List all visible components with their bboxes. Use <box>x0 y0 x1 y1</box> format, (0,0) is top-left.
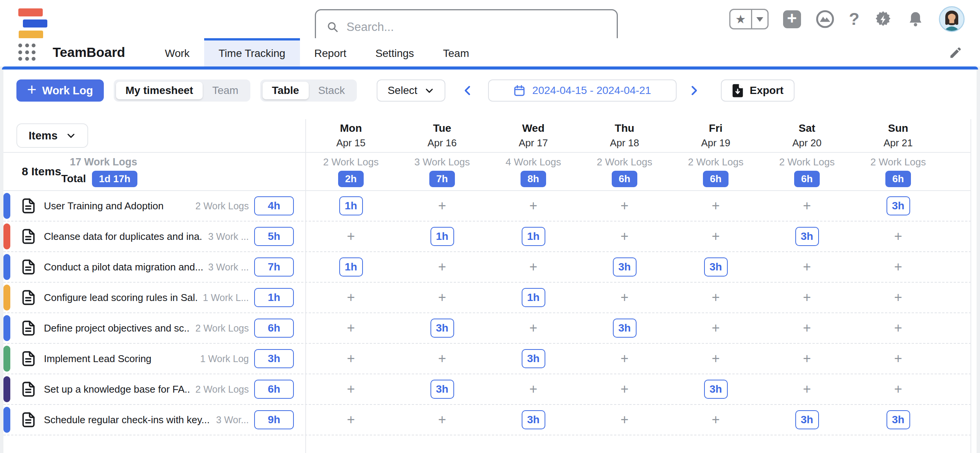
task-row: Define project objectives and sc...2 Wor… <box>3 313 971 344</box>
worklog-value[interactable]: 3h <box>887 196 910 215</box>
worklog-value[interactable]: 3h <box>430 380 454 399</box>
task-cell[interactable]: Implement Lead Scoring1 Work Log3h <box>3 344 305 374</box>
settings-gear-icon[interactable] <box>874 10 892 28</box>
worklog-cell: + <box>397 344 488 374</box>
tab-team[interactable]: Team <box>429 38 484 66</box>
task-total-badge[interactable]: 7h <box>254 257 294 277</box>
create-plus-icon[interactable]: + <box>783 10 801 28</box>
worklog-value[interactable]: 3h <box>704 257 728 277</box>
items-dropdown[interactable]: Items <box>16 123 88 148</box>
date-range-picker[interactable]: 2024-04-15 - 2024-04-21 <box>488 79 677 102</box>
task-total-badge[interactable]: 1h <box>254 288 294 307</box>
tab-settings[interactable]: Settings <box>361 38 429 66</box>
day-date: Apr 15 <box>336 137 366 149</box>
task-cell[interactable]: User Training and Adoption2 Work Logs4h <box>3 191 305 221</box>
next-week-button[interactable] <box>688 83 700 98</box>
top-icon-cluster: ★ + ? <box>729 0 965 38</box>
task-cell[interactable]: Schedule regular check-ins with key...3 … <box>3 405 305 435</box>
toggle-table[interactable]: Table <box>263 82 309 99</box>
document-icon <box>22 320 35 336</box>
worklog-value[interactable]: 1h <box>339 257 363 277</box>
chevron-right-icon <box>688 83 700 98</box>
day-date: Apr 16 <box>427 137 457 149</box>
worklog-value[interactable]: 3h <box>887 410 910 429</box>
help-icon[interactable]: ? <box>849 9 860 29</box>
worklog-cell: + <box>579 191 670 221</box>
task-total-badge[interactable]: 3h <box>254 349 294 368</box>
worklog-cell: + <box>853 283 944 312</box>
worklog-value[interactable]: 3h <box>522 410 545 429</box>
user-avatar[interactable] <box>939 6 965 32</box>
favorite-dropdown-caret[interactable] <box>752 10 767 28</box>
total-label: Total <box>61 173 86 185</box>
task-cell[interactable]: Conduct a pilot data migration and...3 W… <box>3 252 305 282</box>
worklog-value[interactable]: 1h <box>339 196 363 215</box>
worklog-cell: + <box>853 344 944 374</box>
worklog-value[interactable]: 3h <box>795 410 819 429</box>
task-color-bar <box>3 285 10 311</box>
favorite-star-icon[interactable]: ★ <box>730 10 752 28</box>
task-total-badge[interactable]: 4h <box>254 196 294 215</box>
day-name: Fri <box>709 122 723 134</box>
worklog-value[interactable]: 3h <box>613 257 637 277</box>
select-dropdown[interactable]: Select <box>377 79 445 102</box>
task-cell[interactable]: Set up a knowledge base for FA...2 Work … <box>3 374 305 404</box>
worklog-value[interactable]: 1h <box>522 288 545 307</box>
worklog-value[interactable]: 1h <box>430 227 454 246</box>
task-row: Set up a knowledge base for FA...2 Work … <box>3 374 971 405</box>
task-row: Configure lead scoring rules in Sal...1 … <box>3 283 971 313</box>
app-nav: TeamBoard WorkTime TrackingReportSetting… <box>0 38 980 66</box>
task-cell[interactable]: Define project objectives and sc...2 Wor… <box>3 313 305 343</box>
search-input[interactable] <box>347 20 606 34</box>
peak-badge-icon[interactable] <box>816 10 835 29</box>
day-header: MonApr 15 <box>305 119 397 152</box>
worklog-cell: 1h <box>305 191 397 221</box>
worklog-value[interactable]: 3h <box>613 319 637 338</box>
apps-grid-icon[interactable] <box>18 44 36 61</box>
tab-report[interactable]: Report <box>300 38 361 66</box>
worklog-cell: + <box>488 374 579 404</box>
worklog-cell: + <box>579 374 670 404</box>
add-work-log-button[interactable]: + Work Log <box>16 79 104 102</box>
task-total-badge[interactable]: 5h <box>254 227 294 246</box>
items-header-cell: Items <box>3 119 305 152</box>
task-work-logs-count: 1 Work Log <box>200 353 249 364</box>
worklog-value[interactable]: 3h <box>430 319 454 338</box>
export-button[interactable]: Export <box>721 79 795 102</box>
worklog-cell: + <box>853 313 944 343</box>
worklog-cell: + <box>853 252 944 282</box>
timesheet-table: Items MonApr 15TueApr 16WedApr 17ThuApr … <box>3 119 971 453</box>
task-cell[interactable]: Cleanse data for duplicates and ina...3 … <box>3 222 305 251</box>
task-total-badge[interactable]: 9h <box>254 410 294 429</box>
task-color-bar <box>3 223 10 249</box>
day-name: Wed <box>522 122 545 134</box>
prev-week-button[interactable] <box>462 83 474 98</box>
task-name: Implement Lead Scoring <box>44 353 195 365</box>
tab-time-tracking[interactable]: Time Tracking <box>204 38 300 66</box>
worklog-cell: 3h <box>488 405 579 435</box>
tab-work[interactable]: Work <box>150 38 204 66</box>
worklog-cell: + <box>305 313 397 343</box>
favorites-split-button[interactable]: ★ <box>729 9 769 29</box>
toggle-team[interactable]: Team <box>203 82 248 99</box>
worklog-value[interactable]: 3h <box>522 349 545 368</box>
toggle-my-timesheet[interactable]: My timesheet <box>116 82 203 99</box>
day-total-badge: 7h <box>429 171 455 187</box>
worklog-value[interactable]: 1h <box>522 227 545 246</box>
day-summary-cell: 3 Work Logs7h <box>397 153 488 190</box>
day-summary-cell: 2 Work Logs6h <box>761 153 853 190</box>
day-summary-cell: 2 Work Logs6h <box>670 153 761 190</box>
worklog-value[interactable]: 3h <box>704 380 728 399</box>
toggle-stack[interactable]: Stack <box>309 82 355 99</box>
task-name: Configure lead scoring rules in Sal... <box>44 292 198 304</box>
task-work-logs-count: 3 Work ... <box>208 231 249 242</box>
day-total-badge: 6h <box>794 171 819 187</box>
task-total-badge[interactable]: 6h <box>254 319 294 338</box>
task-work-logs-count: 2 Work Logs <box>195 201 249 212</box>
edit-pencil-icon[interactable] <box>949 46 962 61</box>
worklog-value[interactable]: 3h <box>795 227 819 246</box>
panel-top-accent <box>2 66 978 70</box>
task-cell[interactable]: Configure lead scoring rules in Sal...1 … <box>3 283 305 312</box>
notifications-bell-icon[interactable] <box>907 10 924 28</box>
task-total-badge[interactable]: 6h <box>254 380 294 399</box>
